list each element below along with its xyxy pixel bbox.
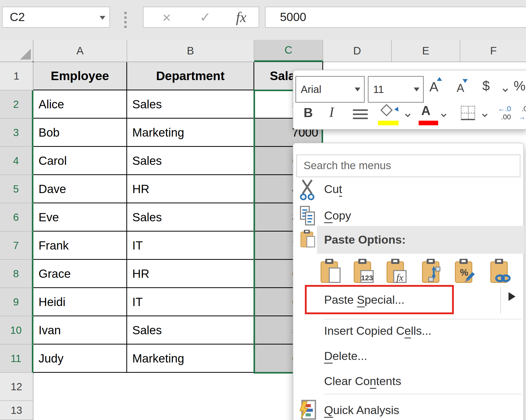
- grow-font-button[interactable]: A: [429, 79, 438, 94]
- cell-B7[interactable]: IT: [127, 232, 254, 260]
- row-header-5[interactable]: 5: [0, 175, 33, 203]
- paste-option-paste-icon[interactable]: [318, 258, 343, 286]
- shrink-font-button[interactable]: A: [457, 82, 464, 94]
- menu-item-delete[interactable]: Delete...: [293, 345, 523, 368]
- font-color-dropdown-icon[interactable]: [441, 112, 446, 117]
- column-header-F[interactable]: F: [460, 40, 526, 62]
- paste-option-values-icon[interactable]: 123: [352, 258, 376, 286]
- menu-search-input[interactable]: [297, 155, 510, 176]
- alignment-icon[interactable]: [353, 109, 368, 111]
- cell-A2[interactable]: Alice: [33, 90, 127, 119]
- font-name-combo[interactable]: Arial: [295, 76, 365, 103]
- paste-option-formatting-icon[interactable]: %: [453, 258, 477, 286]
- column-header-B[interactable]: B: [127, 40, 254, 62]
- cell-B2[interactable]: Sales: [127, 90, 254, 119]
- row-header-12[interactable]: 12: [0, 373, 33, 401]
- paste-option-formulas-icon[interactable]: fx: [384, 258, 409, 286]
- column-header-D[interactable]: D: [323, 40, 392, 62]
- row-header-13[interactable]: 13: [0, 401, 33, 420]
- cell-B5[interactable]: HR: [127, 175, 254, 203]
- submenu-separator: [500, 287, 501, 314]
- cell-B11[interactable]: Marketing: [127, 345, 254, 373]
- select-all-triangle-icon: [20, 49, 31, 60]
- borders-icon[interactable]: [461, 106, 475, 120]
- cell-A1[interactable]: Employee: [33, 62, 127, 90]
- name-box-dropdown-icon[interactable]: [100, 16, 105, 20]
- paste-option-link-icon[interactable]: [488, 258, 513, 286]
- cell-B1[interactable]: Department: [127, 62, 254, 90]
- cell-A6[interactable]: Eve: [33, 203, 127, 232]
- menu-item-insert-copied-cells[interactable]: Insert Copied Cells...: [293, 319, 523, 342]
- row-header-9[interactable]: 9: [0, 288, 33, 316]
- menu-item-clear-contents[interactable]: Clear Contents: [293, 370, 523, 393]
- separator-dots: [124, 12, 127, 28]
- insert-function-icon[interactable]: fx: [226, 7, 257, 27]
- menu-item-cut[interactable]: Cut: [293, 177, 523, 202]
- cut-icon: [299, 178, 316, 202]
- font-size-combo[interactable]: 11: [368, 76, 424, 103]
- select-all-corner[interactable]: [0, 40, 33, 62]
- menu-item-quick-analysis[interactable]: Quick Analysis: [293, 397, 523, 420]
- accounting-format-button[interactable]: $: [482, 78, 490, 93]
- bold-button[interactable]: B: [304, 105, 313, 120]
- selection-border-left: [253, 90, 255, 374]
- cell-B10[interactable]: Sales: [127, 316, 254, 345]
- fill-color-dropdown-icon[interactable]: [405, 112, 410, 117]
- borders-dropdown-icon[interactable]: [482, 112, 487, 117]
- paste-option-transpose-icon[interactable]: [420, 258, 445, 286]
- context-menu: Cut Copy Paste Options:: [293, 143, 524, 420]
- menu-item-copy[interactable]: Copy: [293, 203, 523, 228]
- accounting-dropdown-icon[interactable]: [503, 87, 508, 92]
- cell-A10[interactable]: Ivan: [33, 316, 127, 345]
- cell-B4[interactable]: Sales: [127, 147, 254, 175]
- fill-color-yellow-bar[interactable]: [378, 121, 399, 125]
- submenu-arrow-icon[interactable]: [509, 292, 515, 301]
- row-header-3[interactable]: 3: [0, 119, 33, 147]
- row-header-1[interactable]: 1: [0, 62, 33, 90]
- cell-B6[interactable]: Sales: [127, 203, 254, 232]
- row-header-2[interactable]: 2: [0, 90, 33, 119]
- name-box-input[interactable]: [3, 7, 95, 27]
- row-header-7[interactable]: 7: [0, 232, 33, 260]
- decrease-decimal-icon[interactable]: .00→.0: [518, 105, 526, 121]
- cell-A11[interactable]: Judy: [33, 345, 127, 373]
- menu-search-box[interactable]: [296, 155, 520, 177]
- row-header-11[interactable]: 11: [0, 345, 33, 373]
- paste-special-highlight: [305, 285, 454, 314]
- row-header-4[interactable]: 4: [0, 147, 33, 175]
- row-header-8[interactable]: 8: [0, 260, 33, 288]
- cell-B9[interactable]: IT: [127, 288, 254, 316]
- menu-separator: [324, 394, 521, 394]
- increase-decimal-icon[interactable]: ←.0.00: [498, 105, 511, 121]
- cell-B8[interactable]: HR: [127, 260, 254, 288]
- grow-font-arrow-icon: [437, 77, 442, 81]
- formula-bar[interactable]: [265, 7, 526, 28]
- formula-bar-strip: × ✓ fx: [0, 0, 526, 40]
- cell-A3[interactable]: Bob: [33, 119, 127, 147]
- italic-button[interactable]: I: [329, 104, 334, 120]
- cell-A4[interactable]: Carol: [33, 147, 127, 175]
- column-header-A[interactable]: A: [33, 40, 127, 62]
- paste-options-label: Paste Options:: [324, 233, 406, 246]
- font-color-red-bar[interactable]: [419, 121, 438, 125]
- cancel-icon[interactable]: ×: [151, 7, 182, 27]
- name-box[interactable]: [2, 7, 110, 28]
- formula-bar-input[interactable]: [266, 7, 512, 27]
- fill-color-bucket-icon[interactable]: [380, 104, 393, 116]
- cell-A5[interactable]: Dave: [33, 175, 127, 203]
- font-name-dropdown-icon: [355, 88, 360, 91]
- svg-text:%: %: [460, 267, 468, 278]
- percent-style-button[interactable]: %: [514, 78, 525, 93]
- enter-icon[interactable]: ✓: [190, 7, 221, 27]
- cell-A9[interactable]: Heidi: [33, 288, 127, 316]
- column-header-E[interactable]: E: [392, 40, 460, 62]
- row-header-6[interactable]: 6: [0, 203, 33, 232]
- row-header-10[interactable]: 10: [0, 316, 33, 345]
- cell-A7[interactable]: Frank: [33, 232, 127, 260]
- cell-A8[interactable]: Grace: [33, 260, 127, 288]
- font-size-dropdown-icon: [414, 88, 419, 91]
- paste-icon: [299, 228, 317, 251]
- cell-B3[interactable]: Marketing: [127, 119, 254, 147]
- column-header-C[interactable]: C: [254, 40, 323, 62]
- font-color-button[interactable]: A: [421, 103, 430, 118]
